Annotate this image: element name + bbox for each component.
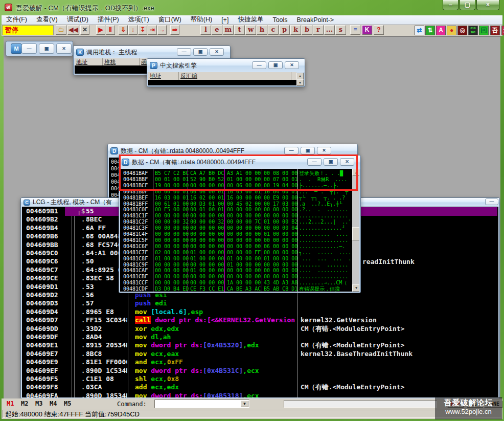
memory-tab-M3[interactable]: M3 (35, 400, 42, 407)
cpu-maximize-button[interactable]: ▣ (499, 198, 500, 205)
callstack-close-button[interactable]: ✕ (210, 48, 224, 56)
hexdump-row[interactable]: 00481BEF16 03 00 0116 02 00 0116 00 00 0… (120, 195, 352, 201)
debug-step-button[interactable]: → (157, 25, 167, 35)
help-icon[interactable]: ? (374, 25, 384, 35)
debug-step-button[interactable]: ▶ (96, 25, 105, 35)
sync-arrows-icon[interactable]: ⇄ (415, 26, 424, 35)
menu-item-查看(V)[interactable]: 查看(V) (32, 15, 62, 24)
hexdump-row[interactable]: 00481C3F00 00 00 0000 00 00 0000 00 00 0… (120, 225, 352, 231)
open-file-button[interactable]: 🗀 (56, 25, 66, 35)
updown-icon[interactable]: ⇅ (425, 26, 435, 35)
disassembly-row[interactable]: 004609E7 .8BC8mov ecx,eaxkernel32.BaseTh… (22, 350, 498, 359)
plugin-window-icon[interactable]: K (362, 25, 372, 35)
hexdump-row[interactable]: 00481C1F00 00 00 0000 00 00 0000 00 00 0… (120, 213, 352, 219)
maximize-button[interactable]: ▢ (460, 0, 475, 10)
memory-window-icon[interactable]: M (11, 43, 22, 54)
menu-item-插件(P)[interactable]: 插件(P) (93, 15, 124, 24)
disassembly-row[interactable]: 004609FA .890D 18534B0mov dword ptr ds:[… (22, 392, 498, 397)
panel-button-k[interactable]: k (290, 25, 301, 35)
disassembly-row[interactable]: 004609F8 .03CAadd ecx,edxCM（有错.<ModuleEn… (22, 383, 498, 392)
search-column-反汇编[interactable]: 反汇编 (179, 72, 291, 80)
hexdump-row[interactable]: 00481C8F01 00 00 0001 00 00 0001 00 00 0… (120, 256, 352, 262)
disassembly-row[interactable]: 004609E9 .81E1 FF00000and ecx,0xFF (22, 358, 498, 367)
hexdump-row[interactable]: 00481C4F00 00 00 0000 00 00 0000 00 00 0… (120, 231, 352, 237)
debug-step-button[interactable]: ⇓ (119, 25, 128, 35)
debug-step-button[interactable]: ↓ (128, 25, 138, 35)
disassembly-row[interactable]: 004609D7 .FF15 3C03480call dword ptr ds:… (22, 316, 498, 325)
menu-item-BreakPoint->[interactable]: BreakPoint-> (292, 16, 339, 24)
disassembly-row[interactable]: 004609DD .33D2xor edx,edxCM（有错.<ModuleEn… (22, 325, 498, 334)
min-restore-button[interactable]: — (21, 43, 37, 54)
search-column-地址[interactable]: 地址 (148, 72, 179, 80)
menu-item-帮助(H)[interactable]: 帮助(H) (186, 15, 217, 24)
search-close-button[interactable]: ✕ (285, 61, 299, 69)
panel-button-...[interactable]: ... (324, 25, 335, 35)
close-button[interactable]: × (476, 0, 499, 10)
52pojie-icon-2[interactable]: 爱 (501, 26, 504, 35)
panel-button-l[interactable]: l (200, 25, 211, 35)
min-close-button[interactable]: ✕ (56, 43, 72, 54)
data-back-close-button[interactable]: ✕ (317, 147, 331, 154)
hexdump-row[interactable]: 00481CBF00 00 00 0000 00 00 0000 00 00 0… (120, 274, 352, 280)
screen-icon[interactable]: 回 (479, 26, 489, 35)
search-titlebar[interactable]: P 中文搜索引擎 — ▣ ✕ (147, 59, 305, 72)
panel-button-h[interactable]: h (257, 25, 267, 35)
panel-button-t[interactable]: t (234, 25, 245, 35)
close-process-button[interactable]: ✕ (80, 25, 89, 35)
panel-button-c[interactable]: c (268, 25, 279, 35)
callstack-maximize-button[interactable]: ▣ (193, 48, 208, 56)
hexdump-row[interactable]: 00481C7F02 00 00 0001 00 00 0000 00 00 F… (120, 250, 352, 256)
search-scroll-down[interactable]: ▼ (296, 79, 304, 86)
memory-tab-M4[interactable]: M4 (50, 400, 57, 407)
debug-step-button[interactable]: ⇒ (170, 25, 179, 35)
disassembly-row[interactable]: 004609EF .890D 1C534B0mov dword ptr ds:[… (22, 367, 498, 375)
menu-item-调试(D)[interactable]: 调试(D) (62, 15, 93, 24)
command-dropdown-button[interactable]: ▼ (241, 401, 248, 407)
memory-tab-M1[interactable]: M1 (7, 400, 14, 407)
main-titlebar[interactable]: 破 吾爱破解 - CM（有错误提示，OD搜不到）.exe – ▢ × (0, 0, 504, 15)
memory-tab-M2[interactable]: M2 (21, 400, 28, 407)
search-scroll-up[interactable]: ▲ (296, 73, 304, 79)
hexdump-row[interactable]: 00481C9F00 00 00 0000 00 00 0001 00 00 0… (120, 262, 352, 268)
assembler-icon[interactable]: A (436, 26, 446, 35)
minimize-button[interactable]: – (443, 0, 459, 10)
callstack-minimize-button[interactable]: — (177, 48, 191, 56)
hexdump-row[interactable]: 00481CCF00 00 00 0000 00 00 001A 00 00 0… (120, 280, 352, 286)
log-list-icon[interactable]: ≡ (350, 25, 360, 35)
menu-item-Tools[interactable]: Tools (268, 16, 292, 24)
restart-button[interactable]: ◀◀ (67, 25, 79, 35)
panel-button-b[interactable]: b (302, 25, 312, 35)
target-icon[interactable]: ◎ (457, 26, 467, 35)
data-back-maximize-button[interactable]: ▣ (301, 147, 315, 154)
debug-step-button[interactable]: ↧ (138, 25, 147, 35)
search-maximize-button[interactable]: ▣ (268, 61, 283, 69)
hexdump-row[interactable]: 00481C6F00 00 00 0000 00 00 0000 00 00 0… (120, 243, 352, 250)
memory-tab-M5[interactable]: M5 (64, 400, 71, 407)
panel-button-e[interactable]: e (212, 25, 222, 35)
hexdump-row[interactable]: 00481C2F00 00 00 3200 00 00 3200 00 00 7… (120, 219, 352, 225)
disassembly-row[interactable]: 004609F5 .C1E1 08shl ecx,0x8 (22, 375, 498, 384)
hexdump-row[interactable]: 00481BFF00 61 01 0000 D3 01 0000 45 02 0… (120, 201, 352, 207)
binary-icon[interactable]: 010101 (468, 26, 478, 35)
disassembly-row[interactable]: 004609E1 .8915 20534B0mov dword ptr ds:[… (22, 341, 498, 350)
callstack-column-地址[interactable]: 地址 (75, 58, 103, 65)
52pojie-icon[interactable]: 吾 (490, 26, 500, 35)
panel-button-s[interactable]: s (335, 25, 346, 35)
search-engine-window[interactable]: P 中文搜索引擎 — ▣ ✕ 地址反汇编 ▲ ▼ (147, 58, 305, 87)
panel-button-w[interactable]: w (245, 25, 256, 35)
debug-step-button[interactable]: Ⅱ (106, 25, 115, 35)
min-maximize-button[interactable]: ▣ (39, 43, 54, 54)
search-body[interactable] (148, 80, 296, 85)
search-header[interactable]: 地址反汇编 (148, 72, 296, 80)
scrollbar-thumb[interactable] (352, 227, 359, 240)
hexdump-row[interactable]: 00481CAF00 00 00 0001 00 00 0000 00 00 0… (120, 268, 352, 274)
disassembly-row[interactable]: 004609DF .8AD4mov dl,ah (22, 333, 498, 342)
cpu-minimize-button[interactable]: — (485, 198, 498, 205)
command-input[interactable]: ▼ (154, 400, 249, 408)
hexdump-row[interactable]: 00481C0F00 E5 00 0000 01 00 0100 00 00 0… (120, 207, 352, 213)
panel-button-r[interactable]: r (313, 25, 324, 35)
callstack-column-堆栈[interactable]: 堆栈 (103, 58, 140, 65)
disassembly-row[interactable]: 004609D3 .57push edi (22, 299, 498, 308)
menu-item-[+][interactable]: [+] (217, 16, 233, 24)
panel-button-p[interactable]: p (279, 25, 290, 35)
